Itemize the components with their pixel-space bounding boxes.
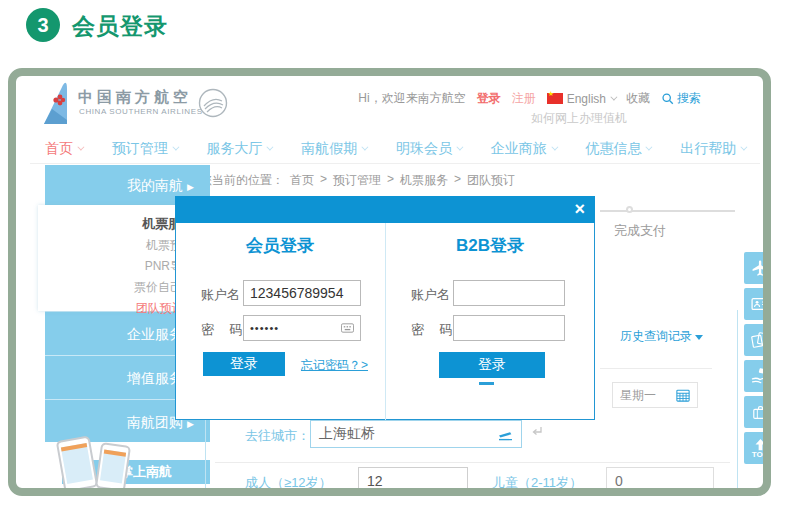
- breadcrumb-booking[interactable]: 预订管理: [333, 172, 381, 189]
- progress-step-label: 完成支付: [614, 222, 666, 240]
- breadcrumb: 您当前的位置： 首页 > 预订管理 > 机票服务 > 团队预订: [200, 172, 515, 189]
- member-login-button[interactable]: 登录: [203, 352, 285, 376]
- top-label: TOP: [752, 451, 768, 459]
- submenu-item-group-booking[interactable]: 团队预订 ▶: [38, 298, 194, 320]
- chevron-down-icon: [362, 144, 369, 151]
- divider: [215, 462, 730, 463]
- hand-ticket-icon: [750, 366, 770, 386]
- tickets-icon: [750, 330, 770, 350]
- nav-item-pearl-member[interactable]: 明珠会员: [396, 140, 461, 158]
- destination-city-input[interactable]: 上海虹桥: [310, 420, 522, 448]
- member-username-input[interactable]: [243, 280, 361, 306]
- b2b-password-input[interactable]: [453, 315, 565, 341]
- b2b-password-label: 密 码: [411, 321, 459, 339]
- nav-item-service-hall[interactable]: 服务大厅: [206, 140, 271, 158]
- obscured-link-fragment: [479, 382, 494, 385]
- chevron-down-icon: [77, 144, 84, 151]
- greeting-text: Hi，欢迎来南方航空: [358, 90, 465, 107]
- calendar-icon: [676, 388, 690, 402]
- destination-city-label: 去往城市：: [245, 427, 310, 445]
- progress-dot: [626, 206, 633, 213]
- online-checkin-link[interactable]: 如何网上办理值机: [531, 110, 627, 127]
- favorite-link[interactable]: 收藏: [626, 90, 650, 107]
- language-select[interactable]: ★ English: [547, 92, 615, 106]
- nav-item-booking[interactable]: 预订管理: [112, 140, 177, 158]
- flag-icon: ★: [547, 93, 563, 104]
- date-field[interactable]: 星期一: [612, 382, 698, 408]
- close-icon[interactable]: ×: [574, 198, 585, 220]
- floating-toolbar: TOP: [744, 252, 771, 464]
- nav-item-home[interactable]: 首页: [45, 140, 82, 158]
- return-arrow-icon: [530, 425, 543, 438]
- app-download-links: 微信公众号 手机端下载: [60, 490, 208, 496]
- b2b-login-button[interactable]: 登录: [439, 352, 545, 378]
- safe-keyboard-icon: [341, 323, 354, 333]
- b2b-login-title: B2B登录: [385, 234, 595, 257]
- chevron-down-icon: [741, 144, 748, 151]
- boarding-pass-icon: [750, 294, 770, 314]
- content-box-border: [205, 420, 206, 496]
- submenu-title: 机票服务: [38, 213, 194, 235]
- logo-text-cn: 中国南方航空: [78, 88, 192, 107]
- member-login-title: 会员登录: [175, 234, 385, 257]
- chevron-down-icon: [610, 94, 617, 101]
- wechat-account-link[interactable]: 微信公众号: [60, 490, 125, 496]
- weekday-label: 星期一: [620, 387, 656, 404]
- submenu-item-pnr-import[interactable]: PNR导入: [38, 256, 194, 277]
- member-password-input[interactable]: ••••••: [243, 315, 361, 341]
- submenu-item-ticket-booking[interactable]: 机票预订: [38, 235, 194, 256]
- child-count-label: 儿童（2-11岁）: [492, 474, 582, 492]
- arrow-right-icon: ▶: [187, 419, 194, 429]
- nav-item-travel-help[interactable]: 出行帮助: [680, 140, 745, 158]
- tickets-tool-button[interactable]: [744, 324, 771, 356]
- login-modal: × 会员登录 账户名 密 码 •••••• 登录 忘记密码？> B2B登录 账户…: [175, 196, 595, 420]
- phone-image: [95, 442, 131, 492]
- forgot-password-link[interactable]: 忘记密码？>: [301, 357, 368, 374]
- chevron-down-icon: [456, 144, 463, 151]
- progress-bar: [600, 210, 735, 212]
- submenu-item-price-diy[interactable]: 票价自己定: [38, 277, 194, 298]
- header-utility-bar: Hi，欢迎来南方航空 登录 注册 ★ English 收藏 搜索: [358, 90, 701, 107]
- nav-item-holiday[interactable]: 南航假期: [301, 140, 366, 158]
- b2b-username-input[interactable]: [453, 280, 565, 306]
- baggage-tool-button[interactable]: [744, 396, 771, 428]
- chevron-down-icon: [646, 144, 653, 151]
- airline-tail-logo: [40, 82, 72, 124]
- register-link[interactable]: 注册: [512, 90, 536, 107]
- page-title: 会员登录: [72, 11, 168, 42]
- plane-icon: [751, 259, 770, 278]
- nav-item-promotions[interactable]: 优惠信息: [585, 140, 650, 158]
- payment-tool-button[interactable]: [744, 360, 771, 392]
- child-count-input[interactable]: [606, 467, 714, 495]
- adult-count-label: 成人（≥12岁）: [245, 474, 332, 492]
- logo-text-en: CHINA SOUTHERN AIRLINES: [79, 107, 203, 116]
- mobile-download-link[interactable]: 手机端下载: [143, 490, 208, 496]
- chevron-down-icon: [267, 144, 274, 151]
- arrow-up-icon: [753, 438, 768, 451]
- modal-header: ×: [175, 196, 595, 223]
- arrow-right-icon: ▶: [187, 182, 194, 192]
- search-button[interactable]: 搜索: [661, 90, 701, 107]
- breadcrumb-ticket-service[interactable]: 机票服务: [400, 172, 448, 189]
- screenshot-frame: 中国南方航空 CHINA SOUTHERN AIRLINES Hi，欢迎来南方航…: [8, 68, 771, 496]
- plane-landing-icon: [498, 428, 513, 441]
- search-icon: [661, 92, 674, 105]
- search-label: 搜索: [677, 90, 701, 107]
- skyteam-logo: [198, 88, 228, 118]
- breadcrumb-group-booking[interactable]: 团队预订: [467, 172, 515, 189]
- breadcrumb-home[interactable]: 首页: [290, 172, 314, 189]
- nav-item-corporate[interactable]: 企业商旅: [491, 140, 556, 158]
- adult-count-input[interactable]: [358, 467, 468, 495]
- checkin-tool-button[interactable]: [744, 288, 771, 320]
- back-to-top-button[interactable]: TOP: [744, 432, 771, 464]
- step-number-badge: 3: [26, 8, 60, 42]
- flight-tool-button[interactable]: [744, 252, 771, 284]
- history-query-link[interactable]: 历史查询记录: [620, 328, 703, 345]
- divider: [600, 368, 712, 369]
- login-link[interactable]: 登录: [477, 90, 501, 107]
- language-label: English: [567, 92, 606, 106]
- main-nav: 首页 预订管理 服务大厅 南航假期 明珠会员 企业商旅 优惠信息 出行帮助: [30, 134, 760, 164]
- chevron-down-icon: [172, 144, 179, 151]
- breadcrumb-prefix: 您当前的位置：: [200, 172, 284, 189]
- caret-down-icon: [695, 335, 703, 340]
